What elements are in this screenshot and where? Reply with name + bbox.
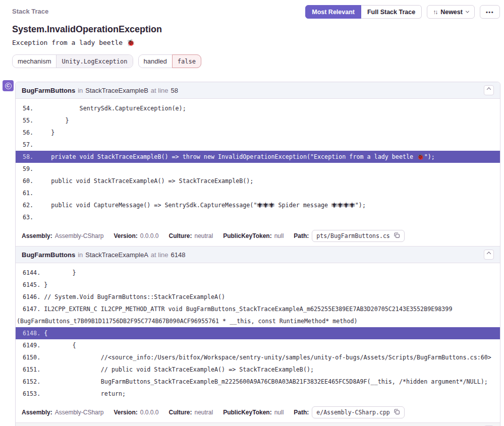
assembly-attribute: Version:0.0.0.0 bbox=[114, 409, 158, 416]
assembly-path-label: Path: bbox=[294, 409, 309, 416]
tag-mechanism[interactable]: mechanism Unity.LogException bbox=[12, 54, 133, 68]
line-number: 63. bbox=[23, 214, 37, 221]
line-code: { bbox=[44, 330, 47, 337]
sort-button[interactable]: ↑↓ Newest bbox=[427, 5, 475, 19]
line-number: 58. bbox=[23, 153, 37, 160]
line-number: 6150. bbox=[23, 354, 44, 361]
assembly-attribute-label: Assembly: bbox=[22, 232, 52, 239]
line-number: 57. bbox=[23, 141, 37, 148]
exception-title: System.InvalidOperationException bbox=[12, 24, 492, 35]
assembly-attribute-label: Culture: bbox=[169, 409, 192, 416]
collapse-frame-button[interactable] bbox=[484, 85, 494, 95]
assembly-path: Path:pts/BugFarmButtons.cs bbox=[294, 230, 404, 242]
frame-in-label: in bbox=[78, 87, 83, 94]
chevron-down-icon bbox=[466, 10, 469, 13]
assembly-attribute: PublicKeyToken:null bbox=[223, 409, 284, 416]
line-code: public void CaptureMessage() => SentrySd… bbox=[37, 202, 366, 209]
assembly-attribute: Culture:neutral bbox=[169, 232, 213, 239]
line-number: 6145. bbox=[23, 281, 44, 288]
line-code: IL2CPP_EXTERN_C IL2CPP_METHOD_ATTR void … bbox=[17, 306, 456, 325]
stack-trace-section: C BugFarmButtons in StackTraceExampleB a… bbox=[15, 82, 500, 426]
line-number: 59. bbox=[23, 165, 37, 172]
code-line: 6149. { bbox=[16, 339, 500, 351]
line-number: 6153. bbox=[23, 390, 44, 397]
line-code: } bbox=[37, 129, 54, 136]
code-line: 61. bbox=[16, 187, 500, 199]
frame-at-line-label: at line bbox=[151, 251, 169, 259]
copy-icon bbox=[394, 408, 400, 416]
assembly-attribute-value: Assembly-CSharp bbox=[55, 409, 104, 416]
section-title: Stack Trace bbox=[12, 5, 48, 15]
code-line: 6150. //<source_info:/Users/bitfox/Works… bbox=[16, 351, 500, 363]
code-line: 60. public void StackTraceExampleA() => … bbox=[16, 175, 500, 187]
assembly-attribute-label: Version: bbox=[114, 232, 137, 239]
stack-frame: BugFarmButtons in StackTraceExampleA at … bbox=[16, 246, 500, 422]
line-code: //<source_info:/Users/bitfox/Workspace/s… bbox=[44, 354, 491, 361]
assembly-path-label: Path: bbox=[294, 232, 309, 239]
line-code: } bbox=[44, 281, 47, 288]
assembly-attribute-label: Culture: bbox=[169, 232, 192, 239]
line-number: 6144. bbox=[23, 269, 44, 276]
full-stack-trace-button[interactable]: Full Stack Trace bbox=[361, 5, 422, 19]
line-number: 6147. bbox=[23, 306, 44, 313]
line-number: 6146. bbox=[23, 293, 44, 300]
assembly-attribute: Assembly:Assembly-CSharp bbox=[22, 232, 103, 239]
code-line: 62. public void CaptureMessage() => Sent… bbox=[16, 199, 500, 211]
line-number: 54. bbox=[23, 105, 37, 112]
frame-path[interactable]: pts/BugFarmButtons.cs bbox=[312, 230, 404, 242]
line-number: 62. bbox=[23, 202, 37, 209]
assembly-info: Assembly:Assembly-CSharpVersion:0.0.0.0C… bbox=[16, 403, 500, 422]
line-code: BugFarmButtons_StackTraceExampleB_m22256… bbox=[44, 378, 488, 385]
sort-arrows-icon: ↑↓ bbox=[433, 9, 437, 16]
frame-path-text: e/Assembly-CSharp.cpp bbox=[316, 409, 389, 416]
stack-frame: BugFarmButtons in StackTraceExampleB at … bbox=[16, 82, 500, 246]
copy-path-button[interactable] bbox=[394, 408, 400, 416]
code-line: 58. private void StackTraceExampleB() =>… bbox=[16, 151, 500, 163]
assembly-attribute-value: neutral bbox=[194, 232, 213, 239]
line-number: 60. bbox=[23, 177, 37, 185]
line-number: 6152. bbox=[23, 378, 44, 385]
tag-key: mechanism bbox=[13, 55, 56, 68]
assembly-attribute: PublicKeyToken:null bbox=[223, 232, 284, 239]
more-options-button[interactable]: ••• bbox=[480, 5, 500, 19]
assembly-attribute-label: PublicKeyToken: bbox=[223, 232, 271, 239]
frame-function: StackTraceExampleB bbox=[85, 87, 148, 94]
frame-module: BugFarmButtons bbox=[22, 251, 75, 259]
line-code: { bbox=[44, 342, 76, 349]
line-code: public void StackTraceExampleA() => Stac… bbox=[37, 177, 253, 185]
assembly-attribute-label: Assembly: bbox=[22, 409, 52, 416]
frame-line-number: 58 bbox=[171, 87, 178, 94]
collapse-frame-button[interactable] bbox=[484, 250, 494, 260]
frame-line-number: 6148 bbox=[171, 251, 186, 259]
csharp-platform-icon: C bbox=[3, 80, 14, 91]
called-from-bar[interactable]: Called from: UnityEngine.Events.UnityAct… bbox=[16, 422, 500, 426]
line-number: 6151. bbox=[23, 366, 44, 373]
assembly-attribute-value: 0.0.0.0 bbox=[140, 232, 159, 239]
frame-module: BugFarmButtons bbox=[22, 87, 75, 94]
frame-function: StackTraceExampleA bbox=[85, 251, 148, 259]
code-line: 57. bbox=[16, 139, 500, 151]
tag-handled[interactable]: handled false bbox=[138, 54, 201, 68]
assembly-path: Path:e/Assembly-CSharp.cpp bbox=[294, 406, 404, 418]
frame-header[interactable]: BugFarmButtons in StackTraceExampleA at … bbox=[16, 246, 500, 263]
csharp-ring: C bbox=[5, 83, 12, 89]
frames-container: BugFarmButtons in StackTraceExampleB at … bbox=[16, 82, 500, 422]
line-code: private void StackTraceExampleB() => thr… bbox=[37, 153, 435, 160]
frame-path[interactable]: e/Assembly-CSharp.cpp bbox=[312, 406, 404, 418]
code-line: 6152. BugFarmButtons_StackTraceExampleB_… bbox=[16, 376, 500, 388]
tag-key: handled bbox=[139, 55, 172, 68]
most-relevant-button[interactable]: Most Relevant bbox=[305, 5, 361, 19]
chevron-up-icon bbox=[487, 252, 491, 256]
line-code: // public void StackTraceExampleA() => S… bbox=[44, 366, 314, 373]
stack-trace-toolbar: Stack Trace Most Relevant Full Stack Tra… bbox=[12, 5, 500, 19]
code-line: 6147. IL2CPP_EXTERN_C IL2CPP_METHOD_ATTR… bbox=[16, 303, 500, 327]
copy-path-button[interactable] bbox=[394, 232, 400, 240]
tag-value-error: false bbox=[172, 54, 201, 68]
code-line: 55. } bbox=[16, 114, 500, 127]
assembly-attribute: Assembly:Assembly-CSharp bbox=[22, 409, 103, 416]
assembly-attribute: Version:0.0.0.0 bbox=[114, 232, 158, 239]
line-number: 6149. bbox=[23, 342, 44, 349]
exception-message: Exception from a lady beetle 🐞 bbox=[12, 39, 492, 46]
code-context: 54. SentrySdk.CaptureException(e);55. }5… bbox=[16, 99, 500, 227]
frame-header[interactable]: BugFarmButtons in StackTraceExampleB at … bbox=[16, 82, 500, 99]
